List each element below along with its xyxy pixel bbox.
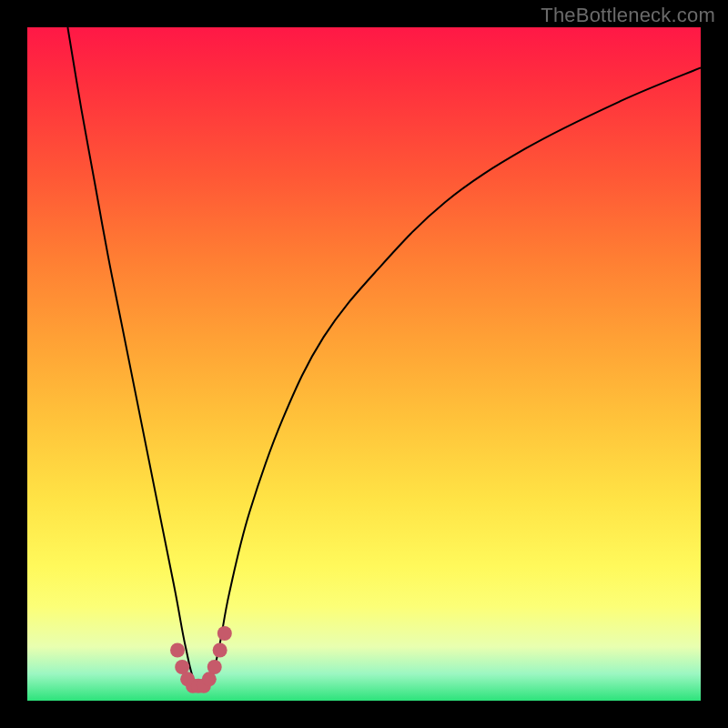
marker-dot: [170, 643, 185, 658]
marker-dot: [207, 660, 222, 674]
chart-frame: TheBottleneck.com: [0, 0, 728, 728]
marker-dot: [217, 626, 232, 641]
curve-path: [67, 27, 701, 689]
watermark-text: TheBottleneck.com: [541, 5, 715, 25]
marker-dot: [213, 643, 228, 658]
chart-svg: [27, 27, 701, 701]
